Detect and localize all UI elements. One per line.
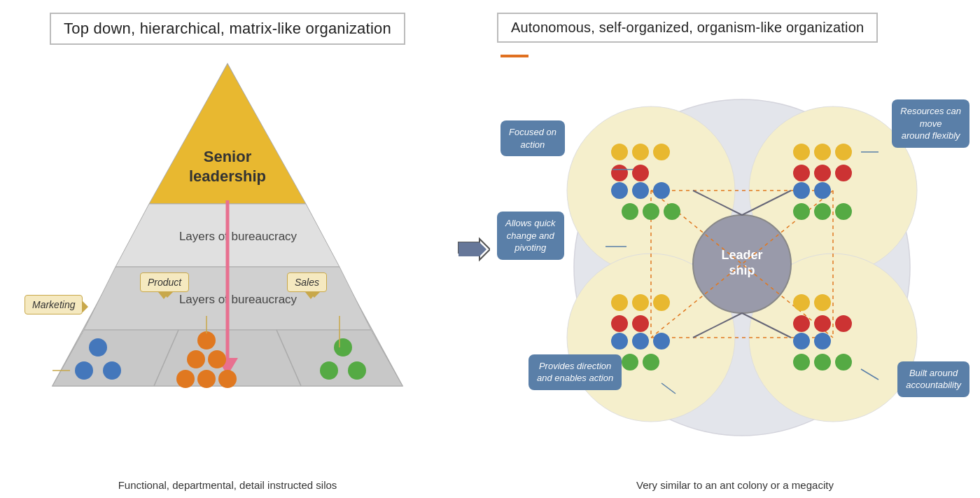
svg-point-91	[835, 354, 852, 371]
svg-point-74	[653, 294, 670, 311]
svg-point-24	[320, 361, 338, 380]
svg-point-25	[348, 361, 366, 380]
provides-direction-box: Provides direction and enables action	[528, 354, 622, 390]
svg-point-78	[632, 333, 649, 350]
right-title: Autonomous, self-organized, organism-lik…	[497, 13, 878, 43]
left-title: Top down, hierarchical, matrix-like orga…	[50, 13, 405, 45]
svg-point-65	[814, 165, 831, 181]
svg-point-22	[218, 370, 237, 388]
svg-point-54	[632, 165, 649, 181]
svg-text:Senior: Senior	[204, 148, 252, 165]
svg-point-76	[632, 315, 649, 332]
svg-point-79	[653, 333, 670, 350]
svg-point-53	[611, 165, 628, 181]
svg-point-75	[611, 315, 628, 332]
svg-point-19	[208, 350, 226, 368]
arrow-divider	[455, 0, 490, 498]
svg-point-89	[793, 354, 810, 371]
svg-point-21	[197, 370, 216, 388]
right-panel: Autonomous, self-organized, organism-lik…	[490, 0, 980, 498]
svg-point-15	[103, 361, 121, 380]
svg-point-57	[653, 182, 670, 199]
triangle-svg: Senior leadership Layers of bureaucracy …	[31, 57, 424, 400]
marketing-callout: Marketing	[24, 295, 83, 314]
svg-point-52	[653, 144, 670, 160]
svg-point-90	[814, 354, 831, 371]
big-right-arrow	[455, 207, 490, 291]
svg-point-86	[835, 315, 852, 332]
resources-box: Resources can move around flexibly	[892, 99, 969, 148]
svg-point-20	[176, 370, 195, 388]
svg-point-67	[793, 182, 810, 199]
svg-point-72	[611, 294, 628, 311]
right-title-bar: Autonomous, self-organized, organism-lik…	[497, 13, 973, 57]
svg-point-81	[643, 354, 659, 371]
svg-point-59	[643, 203, 659, 220]
svg-point-85	[814, 315, 831, 332]
svg-point-70	[814, 203, 831, 220]
svg-point-87	[793, 333, 810, 350]
svg-point-13	[89, 338, 107, 357]
svg-point-61	[793, 144, 810, 160]
svg-text:leadership: leadership	[189, 167, 266, 185]
svg-point-60	[664, 203, 680, 220]
svg-point-23	[334, 338, 352, 357]
svg-text:Layers of bureaucracy: Layers of bureaucracy	[179, 293, 298, 306]
svg-text:Leader: Leader	[721, 248, 762, 262]
svg-point-71	[835, 203, 852, 220]
left-subtitle: Functional, departmental, detail instruc…	[118, 473, 337, 491]
svg-point-63	[835, 144, 852, 160]
svg-point-58	[622, 203, 638, 220]
svg-point-55	[611, 182, 628, 199]
svg-point-82	[793, 294, 810, 311]
svg-point-83	[814, 294, 831, 311]
svg-point-73	[632, 294, 649, 311]
svg-marker-31	[458, 242, 486, 256]
allows-quick-box: Allows quick change and pivoting	[497, 212, 564, 260]
right-subtitle: Very similar to an ant colony or a megac…	[636, 473, 834, 491]
svg-point-77	[611, 333, 628, 350]
svg-point-18	[187, 350, 205, 368]
left-panel: Top down, hierarchical, matrix-like orga…	[0, 0, 455, 498]
product-callout: Product	[140, 272, 189, 292]
sales-callout: Sales	[287, 272, 327, 292]
svg-point-50	[611, 144, 628, 160]
svg-point-62	[814, 144, 831, 160]
svg-point-66	[835, 165, 852, 181]
svg-point-14	[75, 361, 93, 380]
org-diagram: Leader ship	[497, 61, 973, 453]
svg-text:Layers of bureaucracy: Layers of bureaucracy	[179, 230, 298, 243]
svg-point-56	[632, 182, 649, 199]
svg-point-84	[793, 315, 810, 332]
built-around-box: Built around accountability	[897, 361, 969, 397]
svg-text:ship: ship	[729, 263, 755, 277]
svg-point-17	[197, 331, 216, 350]
focused-action-box: Focused on action	[500, 120, 565, 156]
svg-point-64	[793, 165, 810, 181]
svg-point-51	[632, 144, 649, 160]
svg-point-80	[622, 354, 638, 371]
triangle-area: Senior leadership Layers of bureaucracy …	[31, 57, 424, 400]
svg-point-68	[814, 182, 831, 199]
svg-point-88	[814, 333, 831, 350]
svg-point-69	[793, 203, 810, 220]
orange-underline	[500, 55, 528, 57]
